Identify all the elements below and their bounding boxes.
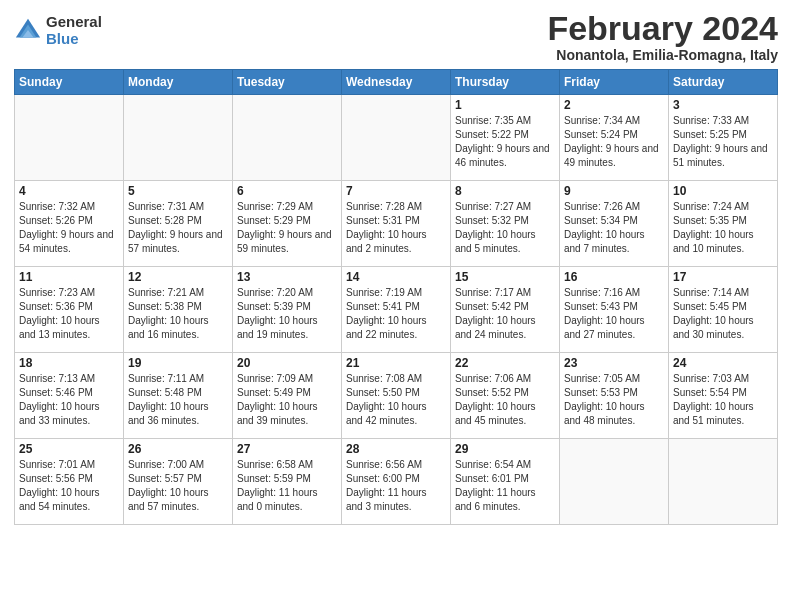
day-number: 6 xyxy=(237,184,337,198)
calendar-cell: 10Sunrise: 7:24 AM Sunset: 5:35 PM Dayli… xyxy=(669,181,778,267)
calendar-cell: 20Sunrise: 7:09 AM Sunset: 5:49 PM Dayli… xyxy=(233,353,342,439)
day-number: 9 xyxy=(564,184,664,198)
day-number: 8 xyxy=(455,184,555,198)
calendar-cell: 12Sunrise: 7:21 AM Sunset: 5:38 PM Dayli… xyxy=(124,267,233,353)
day-number: 16 xyxy=(564,270,664,284)
day-info: Sunrise: 7:00 AM Sunset: 5:57 PM Dayligh… xyxy=(128,458,228,514)
calendar-week-1: 1Sunrise: 7:35 AM Sunset: 5:22 PM Daylig… xyxy=(15,95,778,181)
day-info: Sunrise: 7:13 AM Sunset: 5:46 PM Dayligh… xyxy=(19,372,119,428)
day-info: Sunrise: 7:14 AM Sunset: 5:45 PM Dayligh… xyxy=(673,286,773,342)
calendar-cell: 9Sunrise: 7:26 AM Sunset: 5:34 PM Daylig… xyxy=(560,181,669,267)
calendar-header-row: Sunday Monday Tuesday Wednesday Thursday… xyxy=(15,70,778,95)
calendar-week-2: 4Sunrise: 7:32 AM Sunset: 5:26 PM Daylig… xyxy=(15,181,778,267)
calendar-cell: 3Sunrise: 7:33 AM Sunset: 5:25 PM Daylig… xyxy=(669,95,778,181)
day-info: Sunrise: 7:01 AM Sunset: 5:56 PM Dayligh… xyxy=(19,458,119,514)
day-info: Sunrise: 7:05 AM Sunset: 5:53 PM Dayligh… xyxy=(564,372,664,428)
calendar-cell: 29Sunrise: 6:54 AM Sunset: 6:01 PM Dayli… xyxy=(451,439,560,525)
day-number: 7 xyxy=(346,184,446,198)
calendar-cell xyxy=(669,439,778,525)
day-info: Sunrise: 6:58 AM Sunset: 5:59 PM Dayligh… xyxy=(237,458,337,514)
logo: General Blue xyxy=(14,14,102,47)
calendar-cell: 26Sunrise: 7:00 AM Sunset: 5:57 PM Dayli… xyxy=(124,439,233,525)
day-info: Sunrise: 7:29 AM Sunset: 5:29 PM Dayligh… xyxy=(237,200,337,256)
day-info: Sunrise: 7:08 AM Sunset: 5:50 PM Dayligh… xyxy=(346,372,446,428)
day-info: Sunrise: 7:16 AM Sunset: 5:43 PM Dayligh… xyxy=(564,286,664,342)
day-number: 17 xyxy=(673,270,773,284)
title-area: February 2024 Nonantola, Emilia-Romagna,… xyxy=(547,10,778,63)
calendar-body: 1Sunrise: 7:35 AM Sunset: 5:22 PM Daylig… xyxy=(15,95,778,525)
day-number: 28 xyxy=(346,442,446,456)
calendar-table: Sunday Monday Tuesday Wednesday Thursday… xyxy=(14,69,778,525)
calendar-cell: 23Sunrise: 7:05 AM Sunset: 5:53 PM Dayli… xyxy=(560,353,669,439)
day-number: 23 xyxy=(564,356,664,370)
header: General Blue February 2024 Nonantola, Em… xyxy=(14,10,778,63)
logo-icon xyxy=(14,17,42,45)
day-info: Sunrise: 6:54 AM Sunset: 6:01 PM Dayligh… xyxy=(455,458,555,514)
calendar-week-4: 18Sunrise: 7:13 AM Sunset: 5:46 PM Dayli… xyxy=(15,353,778,439)
calendar-cell: 17Sunrise: 7:14 AM Sunset: 5:45 PM Dayli… xyxy=(669,267,778,353)
header-wednesday: Wednesday xyxy=(342,70,451,95)
calendar-cell xyxy=(233,95,342,181)
month-title: February 2024 xyxy=(547,10,778,47)
calendar-cell: 8Sunrise: 7:27 AM Sunset: 5:32 PM Daylig… xyxy=(451,181,560,267)
calendar-cell: 11Sunrise: 7:23 AM Sunset: 5:36 PM Dayli… xyxy=(15,267,124,353)
day-number: 27 xyxy=(237,442,337,456)
calendar-cell: 6Sunrise: 7:29 AM Sunset: 5:29 PM Daylig… xyxy=(233,181,342,267)
calendar-cell: 13Sunrise: 7:20 AM Sunset: 5:39 PM Dayli… xyxy=(233,267,342,353)
header-friday: Friday xyxy=(560,70,669,95)
header-sunday: Sunday xyxy=(15,70,124,95)
day-info: Sunrise: 7:31 AM Sunset: 5:28 PM Dayligh… xyxy=(128,200,228,256)
day-info: Sunrise: 7:32 AM Sunset: 5:26 PM Dayligh… xyxy=(19,200,119,256)
day-info: Sunrise: 6:56 AM Sunset: 6:00 PM Dayligh… xyxy=(346,458,446,514)
header-saturday: Saturday xyxy=(669,70,778,95)
day-number: 19 xyxy=(128,356,228,370)
day-info: Sunrise: 7:33 AM Sunset: 5:25 PM Dayligh… xyxy=(673,114,773,170)
calendar-cell: 14Sunrise: 7:19 AM Sunset: 5:41 PM Dayli… xyxy=(342,267,451,353)
calendar-cell: 7Sunrise: 7:28 AM Sunset: 5:31 PM Daylig… xyxy=(342,181,451,267)
day-number: 21 xyxy=(346,356,446,370)
day-number: 26 xyxy=(128,442,228,456)
day-info: Sunrise: 7:17 AM Sunset: 5:42 PM Dayligh… xyxy=(455,286,555,342)
day-info: Sunrise: 7:28 AM Sunset: 5:31 PM Dayligh… xyxy=(346,200,446,256)
day-info: Sunrise: 7:20 AM Sunset: 5:39 PM Dayligh… xyxy=(237,286,337,342)
day-number: 15 xyxy=(455,270,555,284)
day-number: 4 xyxy=(19,184,119,198)
calendar-cell: 16Sunrise: 7:16 AM Sunset: 5:43 PM Dayli… xyxy=(560,267,669,353)
calendar-week-5: 25Sunrise: 7:01 AM Sunset: 5:56 PM Dayli… xyxy=(15,439,778,525)
day-number: 13 xyxy=(237,270,337,284)
calendar-cell: 21Sunrise: 7:08 AM Sunset: 5:50 PM Dayli… xyxy=(342,353,451,439)
day-number: 5 xyxy=(128,184,228,198)
page: General Blue February 2024 Nonantola, Em… xyxy=(0,0,792,612)
day-info: Sunrise: 7:06 AM Sunset: 5:52 PM Dayligh… xyxy=(455,372,555,428)
calendar-cell: 24Sunrise: 7:03 AM Sunset: 5:54 PM Dayli… xyxy=(669,353,778,439)
calendar-cell: 2Sunrise: 7:34 AM Sunset: 5:24 PM Daylig… xyxy=(560,95,669,181)
day-info: Sunrise: 7:11 AM Sunset: 5:48 PM Dayligh… xyxy=(128,372,228,428)
calendar-cell xyxy=(560,439,669,525)
day-number: 14 xyxy=(346,270,446,284)
calendar-cell xyxy=(15,95,124,181)
header-thursday: Thursday xyxy=(451,70,560,95)
calendar-cell: 5Sunrise: 7:31 AM Sunset: 5:28 PM Daylig… xyxy=(124,181,233,267)
day-number: 12 xyxy=(128,270,228,284)
day-info: Sunrise: 7:19 AM Sunset: 5:41 PM Dayligh… xyxy=(346,286,446,342)
day-number: 18 xyxy=(19,356,119,370)
day-number: 1 xyxy=(455,98,555,112)
header-monday: Monday xyxy=(124,70,233,95)
day-info: Sunrise: 7:35 AM Sunset: 5:22 PM Dayligh… xyxy=(455,114,555,170)
day-number: 11 xyxy=(19,270,119,284)
day-number: 24 xyxy=(673,356,773,370)
calendar-cell: 22Sunrise: 7:06 AM Sunset: 5:52 PM Dayli… xyxy=(451,353,560,439)
logo-text: General Blue xyxy=(46,14,102,47)
calendar-cell: 19Sunrise: 7:11 AM Sunset: 5:48 PM Dayli… xyxy=(124,353,233,439)
day-info: Sunrise: 7:23 AM Sunset: 5:36 PM Dayligh… xyxy=(19,286,119,342)
location: Nonantola, Emilia-Romagna, Italy xyxy=(547,47,778,63)
day-info: Sunrise: 7:34 AM Sunset: 5:24 PM Dayligh… xyxy=(564,114,664,170)
calendar-cell: 1Sunrise: 7:35 AM Sunset: 5:22 PM Daylig… xyxy=(451,95,560,181)
logo-blue: Blue xyxy=(46,31,102,48)
day-info: Sunrise: 7:09 AM Sunset: 5:49 PM Dayligh… xyxy=(237,372,337,428)
day-number: 20 xyxy=(237,356,337,370)
day-info: Sunrise: 7:24 AM Sunset: 5:35 PM Dayligh… xyxy=(673,200,773,256)
day-info: Sunrise: 7:26 AM Sunset: 5:34 PM Dayligh… xyxy=(564,200,664,256)
calendar-cell: 4Sunrise: 7:32 AM Sunset: 5:26 PM Daylig… xyxy=(15,181,124,267)
calendar-cell: 18Sunrise: 7:13 AM Sunset: 5:46 PM Dayli… xyxy=(15,353,124,439)
